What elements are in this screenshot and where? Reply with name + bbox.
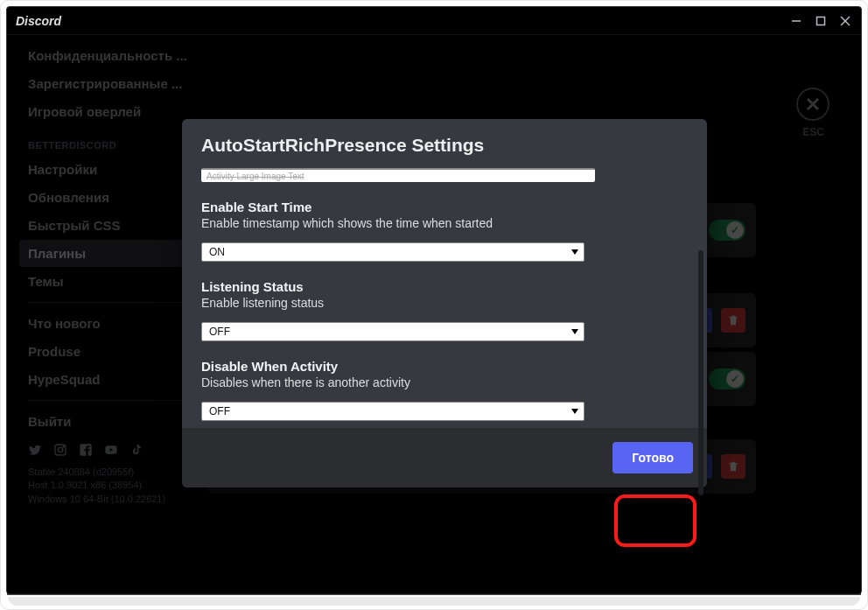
setting-title: Listening Status xyxy=(201,279,688,294)
app-brand: Discord xyxy=(16,14,61,28)
sidebar-separator xyxy=(28,400,192,401)
settings-sidebar: Конфиденциальность ... Зарегистрированны… xyxy=(7,35,208,595)
chevron-down-icon xyxy=(571,409,578,414)
modal-title: AutoStartRichPresence Settings xyxy=(201,135,688,156)
build-info: Stable 240884 (d20955f) Host 1.0.9021 x8… xyxy=(19,466,201,506)
svg-rect-1 xyxy=(817,17,825,25)
titlebar: Discord xyxy=(7,7,861,35)
sidebar-item-bd-plugins[interactable]: Плагины xyxy=(19,240,201,267)
sidebar-header-betterdiscord: BETTERDISCORD xyxy=(19,126,201,156)
sidebar-item-produse[interactable]: Produse xyxy=(19,338,201,365)
sidebar-item-bd-updates[interactable]: Обновления xyxy=(19,184,201,211)
close-window-button[interactable] xyxy=(833,9,858,33)
twitter-icon[interactable] xyxy=(28,443,42,457)
setting-desc: Disables when there is another activity xyxy=(201,375,688,389)
modal-scrollbar[interactable] xyxy=(698,172,704,417)
plugin-settings-modal: AutoStartRichPresence Settings Activity … xyxy=(182,119,707,487)
setting-title: Disable When Activity xyxy=(201,359,688,374)
trash-icon[interactable] xyxy=(721,454,746,479)
setting-select-listening[interactable]: OFF xyxy=(201,322,584,341)
tiktok-icon[interactable] xyxy=(130,443,144,457)
modal-footer: Готово xyxy=(182,428,707,487)
sidebar-item-bd-css[interactable]: Быстрый CSS xyxy=(19,212,201,239)
sidebar-item-overlay[interactable]: Игровой оверлей xyxy=(19,98,201,125)
maximize-button[interactable] xyxy=(808,9,833,33)
scrollbar-thumb[interactable] xyxy=(698,250,704,495)
sidebar-item-privacy[interactable]: Конфиденциальность ... xyxy=(19,42,201,69)
facebook-icon[interactable] xyxy=(79,443,93,457)
instagram-icon[interactable] xyxy=(53,443,67,457)
activity-large-image-text-input[interactable]: Activity Large Image Text xyxy=(201,168,595,182)
minimize-button[interactable] xyxy=(784,9,808,33)
sidebar-item-bd-themes[interactable]: Темы xyxy=(19,268,201,295)
youtube-icon[interactable] xyxy=(104,443,118,457)
trash-icon[interactable] xyxy=(721,308,746,333)
setting-select-disable-activity[interactable]: OFF xyxy=(201,402,584,421)
plugin-toggle[interactable] xyxy=(709,368,746,389)
chevron-down-icon xyxy=(571,329,578,334)
sidebar-separator xyxy=(28,302,192,303)
sidebar-item-logout[interactable]: Выйти xyxy=(19,408,201,435)
setting-select-start-time[interactable]: ON xyxy=(201,242,584,262)
sidebar-item-changelog[interactable]: Что нового xyxy=(19,310,201,337)
setting-title: Enable Start Time xyxy=(201,200,688,214)
sidebar-item-bd-settings[interactable]: Настройки xyxy=(19,156,201,183)
sidebar-item-registered[interactable]: Зарегистрированные ... xyxy=(19,70,201,97)
window-controls xyxy=(784,9,858,33)
setting-desc: Enable listening status xyxy=(201,296,688,310)
done-button[interactable]: Готово xyxy=(612,442,693,473)
card-shadow xyxy=(8,597,860,606)
svg-point-6 xyxy=(63,446,64,447)
close-esc-label: ESC xyxy=(802,126,824,138)
plugin-toggle[interactable] xyxy=(709,220,746,241)
setting-listening-status: Listening Status Enable listening status… xyxy=(201,279,688,341)
svg-point-5 xyxy=(58,447,62,452)
close-settings-button[interactable] xyxy=(796,88,830,121)
sidebar-item-hypesquad[interactable]: HypeSquad xyxy=(19,366,201,393)
setting-desc: Enable timestamp which shows the time wh… xyxy=(201,216,688,230)
chevron-down-icon xyxy=(571,249,578,255)
setting-enable-start-time: Enable Start Time Enable timestamp which… xyxy=(201,200,688,262)
social-links xyxy=(19,436,201,466)
setting-disable-when-activity: Disable When Activity Disables when ther… xyxy=(201,359,688,421)
